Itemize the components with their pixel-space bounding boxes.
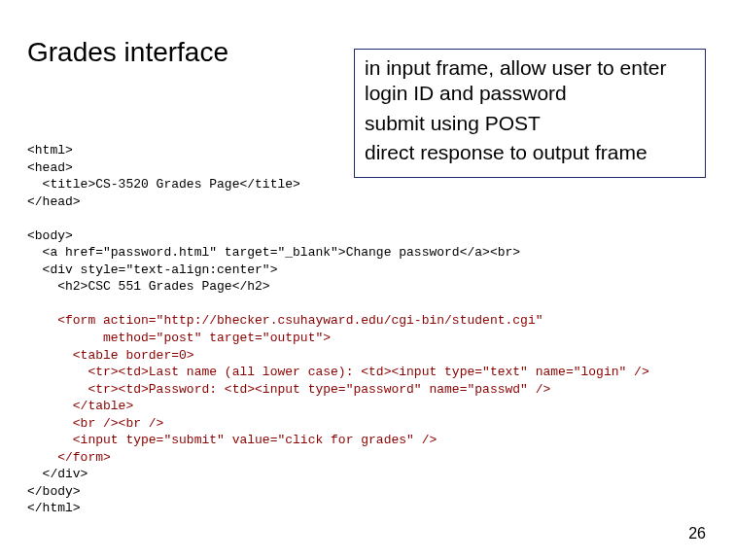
code-l15: <tr><td>Password: <td><input type="passw…	[27, 382, 550, 397]
code-l1: <html>	[27, 143, 73, 158]
slide-title: Grades interface	[27, 37, 228, 68]
code-l7: <a href="password.html" target="_blank">…	[27, 245, 520, 260]
code-l16: </table>	[27, 399, 133, 413]
code-l11: <form action="http://bhecker.csuhayward.…	[27, 313, 543, 328]
callout-line-1: in input frame, allow user to enter logi…	[365, 55, 695, 107]
code-l6: <body>	[27, 228, 73, 243]
code-l21: </body>	[27, 484, 81, 499]
code-l4: </head>	[27, 194, 81, 209]
code-block: <html> <head> <title>CS-3520 Grades Page…	[27, 142, 649, 517]
callout-line-2: submit using POST	[365, 111, 695, 136]
code-l2: <head>	[27, 160, 73, 175]
code-l12: method="post" target="output">	[27, 331, 331, 345]
code-l18: <input type="submit" value="click for gr…	[27, 433, 437, 447]
code-l22: </html>	[27, 501, 81, 515]
page-number: 26	[688, 525, 706, 542]
code-l9: <h2>CSC 551 Grades Page</h2>	[27, 279, 270, 294]
code-l17: <br /><br />	[27, 416, 163, 431]
code-l8: <div style="text-align:center">	[27, 262, 277, 277]
code-l20: </div>	[27, 467, 88, 481]
code-l14: <tr><td>Last name (all lower case): <td>…	[27, 365, 649, 379]
code-l13: <table border=0>	[27, 348, 194, 363]
code-l3: <title>CS-3520 Grades Page</title>	[27, 177, 300, 192]
code-l19: </form>	[27, 450, 111, 465]
